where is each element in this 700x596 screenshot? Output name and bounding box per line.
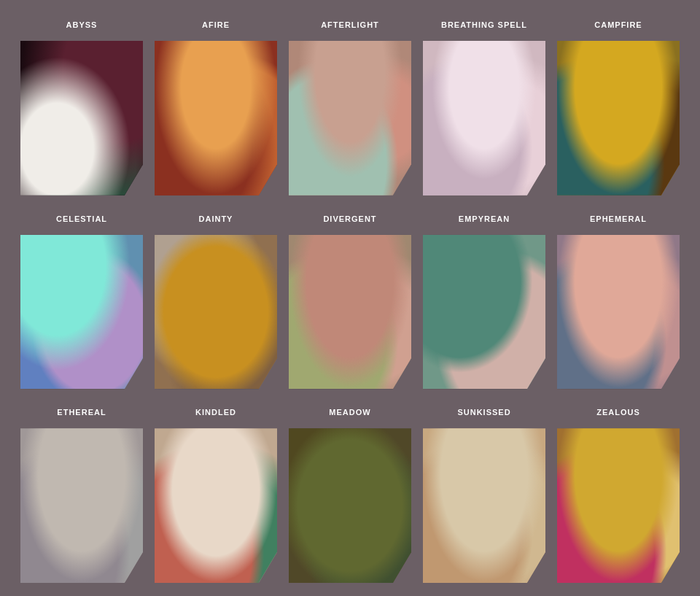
card-empyrean[interactable]: EMPYREAN <box>417 201 551 395</box>
card-ephemeral[interactable]: EPHEMERAL <box>551 201 685 395</box>
card-dainty[interactable]: DAINTY <box>149 201 283 395</box>
card-label-divergent: DIVERGENT <box>323 209 376 229</box>
swatch-ephemeral <box>557 235 680 390</box>
card-label-ephemeral: EPHEMERAL <box>590 209 647 229</box>
swatch-divergent <box>289 235 411 390</box>
swatch-meadow <box>289 428 411 583</box>
card-kindled[interactable]: KINDLED <box>149 395 283 589</box>
swatch-breathing <box>423 41 545 196</box>
card-label-afire: AFIRE <box>202 15 230 35</box>
card-label-meadow: MEADOW <box>329 402 370 422</box>
swatch-kindled <box>155 428 277 583</box>
swatch-zealous <box>557 428 680 583</box>
swatch-sunkissed <box>423 428 545 583</box>
swatch-afterlight <box>289 41 411 196</box>
card-zealous[interactable]: ZEALOUS <box>551 395 685 589</box>
swatch-empyrean <box>423 235 545 390</box>
card-label-kindled: KINDLED <box>195 402 236 422</box>
card-meadow[interactable]: MEADOW <box>283 395 417 589</box>
card-sunkissed[interactable]: SUNKISSED <box>417 395 551 589</box>
card-afire[interactable]: AFIRE <box>149 7 283 201</box>
card-abyss[interactable]: ABYSS <box>15 7 149 201</box>
card-label-afterlight: AFTERLIGHT <box>321 15 379 35</box>
swatch-dainty <box>155 235 277 390</box>
card-label-celestial: CELESTIAL <box>56 209 107 229</box>
card-ethereal[interactable]: ETHEREAL <box>15 395 149 589</box>
gradient-grid: ABYSS AFIRE AFTERLIGHT BREATHING SPELL C… <box>0 0 700 596</box>
card-label-breathing: BREATHING SPELL <box>441 15 527 35</box>
card-label-ethereal: ETHEREAL <box>57 402 106 422</box>
swatch-campfire <box>557 41 680 196</box>
card-celestial[interactable]: CELESTIAL <box>15 201 149 395</box>
card-label-campfire: CAMPFIRE <box>594 15 642 35</box>
swatch-celestial <box>20 235 143 390</box>
card-divergent[interactable]: DIVERGENT <box>283 201 417 395</box>
card-afterlight[interactable]: AFTERLIGHT <box>283 7 417 201</box>
card-label-dainty: DAINTY <box>199 209 233 229</box>
card-label-abyss: ABYSS <box>66 15 98 35</box>
card-label-zealous: ZEALOUS <box>596 402 640 422</box>
swatch-afire <box>155 41 277 196</box>
swatch-ethereal <box>20 428 143 583</box>
card-label-sunkissed: SUNKISSED <box>457 402 510 422</box>
card-breathing[interactable]: BREATHING SPELL <box>417 7 551 201</box>
card-campfire[interactable]: CAMPFIRE <box>551 7 685 201</box>
swatch-abyss <box>20 41 143 196</box>
card-label-empyrean: EMPYREAN <box>459 209 510 229</box>
